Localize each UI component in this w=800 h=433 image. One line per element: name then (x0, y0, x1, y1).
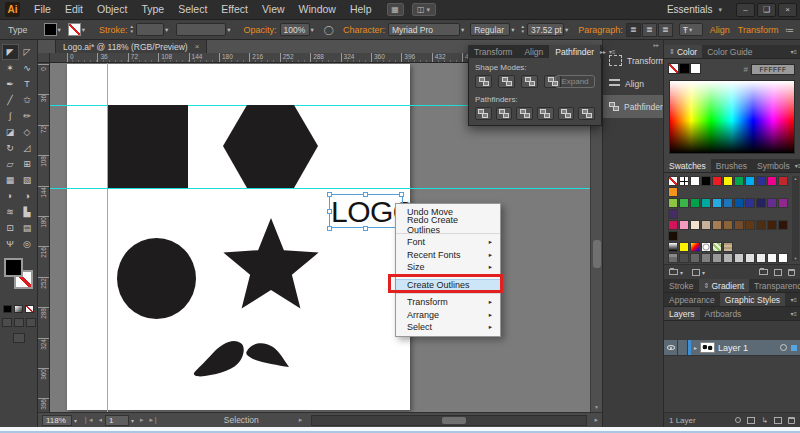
zoom-tool[interactable]: ◎ (19, 236, 36, 252)
close-button[interactable]: × (778, 3, 797, 17)
recolor-artwork-icon[interactable]: ◯ (324, 25, 334, 35)
tab-gradient[interactable]: ⇕Gradient (699, 279, 749, 292)
swatch[interactable] (679, 176, 689, 186)
stroke-label[interactable]: Stroke: (99, 25, 128, 35)
menu-item[interactable]: File (27, 0, 58, 19)
swatch-kinds-icon[interactable]: ▾ (692, 269, 708, 276)
new-layer-icon[interactable] (774, 417, 782, 424)
lock-toggle[interactable] (678, 340, 688, 355)
symbol-sprayer-tool[interactable]: ≋ (2, 204, 19, 220)
last-artboard-button[interactable]: ▸❘ (149, 416, 158, 424)
context-menu-item[interactable]: Size▸ (396, 261, 500, 274)
swatch[interactable] (712, 242, 722, 252)
context-menu-item[interactable]: Arrange▸ (396, 309, 500, 322)
scroll-down-icon[interactable]: ▼ (794, 256, 798, 261)
swatch[interactable] (701, 176, 711, 186)
expand-button[interactable]: Expand (555, 75, 595, 88)
draw-normal-button[interactable] (2, 318, 12, 327)
swatch[interactable] (745, 176, 755, 186)
context-menu-item[interactable]: Transform▸ (396, 296, 500, 309)
chevron-down-icon[interactable]: ▾ (82, 26, 85, 34)
magic-wand-tool[interactable]: ✶ (2, 60, 19, 76)
fill-proxy-swatch[interactable] (4, 258, 23, 277)
hexagon-shape[interactable] (223, 105, 318, 188)
align-link[interactable]: Align (710, 25, 730, 35)
panel-menu-icon[interactable]: ▾≡ (790, 293, 800, 306)
context-menu-item[interactable]: Recent Fonts▸ (396, 249, 500, 262)
menu-item[interactable]: Select (171, 0, 214, 19)
scale-tool[interactable]: ◿ (19, 140, 36, 156)
swatch[interactable] (778, 176, 788, 186)
direct-selection-tool[interactable]: ◸ (19, 44, 36, 60)
tab-pathfinder[interactable]: Pathfinder (549, 45, 600, 58)
eyedropper-tool[interactable]: ◗ (2, 188, 19, 204)
swatch[interactable] (723, 253, 733, 263)
chevron-down-icon[interactable]: ▾ (227, 26, 230, 34)
tab-graphic-styles[interactable]: Graphic Styles (720, 293, 785, 306)
swatch[interactable] (745, 220, 755, 230)
status-text[interactable]: Selection (224, 415, 259, 425)
chevron-down-icon[interactable]: ▾ (58, 26, 61, 34)
lasso-tool[interactable]: ∿ (19, 60, 36, 76)
vertical-scroll-thumb[interactable] (593, 240, 601, 268)
swatch[interactable] (767, 220, 777, 230)
swatch[interactable] (701, 198, 711, 208)
tab-stroke[interactable]: Stroke (664, 279, 699, 292)
new-swatch-icon[interactable] (774, 269, 782, 276)
panel-menu-icon[interactable]: ▾≡ (609, 48, 616, 55)
transform-link[interactable]: Transform (738, 25, 779, 35)
control-panel-menu-icon[interactable]: ≔ (785, 25, 794, 35)
selection-handle[interactable] (399, 192, 404, 197)
fill-color-swatch[interactable] (44, 23, 57, 36)
type-tool[interactable]: T (19, 76, 36, 92)
swatch[interactable] (778, 253, 788, 263)
layer-row[interactable]: ▸ Layer 1 (664, 340, 800, 356)
swatch[interactable] (668, 220, 678, 230)
line-segment-tool[interactable]: ╱ (2, 92, 19, 108)
swatches-scrollbar[interactable]: ▲ ▼ (792, 176, 799, 261)
first-artboard-button[interactable]: ❘◂ (83, 416, 92, 424)
delete-layer-icon[interactable] (788, 417, 795, 424)
selection-handle[interactable] (327, 192, 332, 197)
crop-button[interactable] (537, 107, 554, 120)
swatch[interactable] (701, 220, 711, 230)
font-style-field[interactable]: Regular (470, 23, 510, 36)
swatch[interactable] (723, 198, 733, 208)
none-swatch[interactable] (668, 63, 679, 74)
dock-item-align[interactable]: Align (603, 72, 663, 95)
new-sublayer-icon[interactable]: ↳ (761, 416, 768, 425)
horizontal-scroll-thumb[interactable] (442, 417, 466, 424)
swatch[interactable] (679, 253, 689, 263)
draw-behind-button[interactable] (14, 318, 24, 327)
workspace-switcher[interactable]: Essentials ▾ (667, 4, 722, 15)
selection-handle[interactable] (363, 192, 368, 197)
column-graph-tool[interactable]: ▙ (19, 204, 36, 220)
swatch[interactable] (778, 220, 788, 230)
stroke-color-swatch[interactable] (68, 23, 81, 36)
layer-name[interactable]: Layer 1 (718, 343, 748, 353)
trim-button[interactable] (496, 107, 513, 120)
swatch-libraries-icon[interactable]: ▾ (669, 269, 686, 276)
minus-back-button[interactable] (578, 107, 595, 120)
close-icon[interactable]: × (195, 42, 200, 51)
vertical-ruler[interactable]: 03672108144180216252288324360396 (38, 63, 50, 412)
stroke-width-stepper[interactable]: ▲▼ (130, 25, 134, 34)
gradient-button[interactable] (14, 305, 23, 313)
swatch[interactable] (767, 253, 777, 263)
swatch[interactable] (756, 220, 766, 230)
swatch[interactable] (679, 242, 689, 252)
swatch[interactable] (701, 253, 711, 263)
black-swatch[interactable] (679, 63, 690, 74)
divide-button[interactable] (475, 107, 492, 120)
selection-handle[interactable] (327, 226, 332, 231)
color-spectrum[interactable] (669, 80, 795, 154)
pencil-tool[interactable]: ✏ (19, 108, 36, 124)
tab-appearance[interactable]: Appearance (664, 293, 720, 306)
font-size-field[interactable]: 37.52 pt (527, 23, 564, 36)
swatch[interactable] (668, 176, 678, 186)
draw-inside-button[interactable] (26, 318, 36, 327)
swatch[interactable] (767, 176, 777, 186)
menu-item[interactable]: Window (292, 0, 343, 19)
character-label[interactable]: Character: (343, 25, 385, 35)
circle-shape[interactable] (117, 238, 196, 319)
